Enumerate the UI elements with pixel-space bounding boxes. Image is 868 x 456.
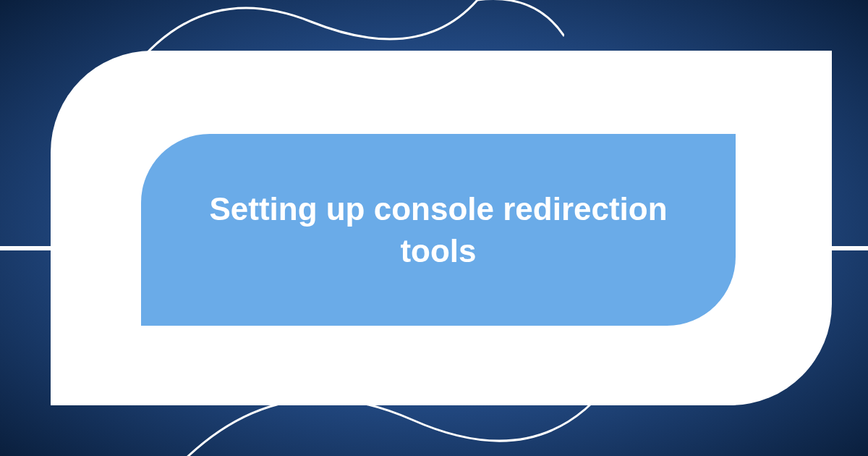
inner-content-shape: Setting up console redirection tools <box>141 134 736 326</box>
page-title: Setting up console redirection tools <box>184 188 692 271</box>
horizontal-line-right <box>832 246 868 250</box>
horizontal-line-left <box>0 246 51 250</box>
